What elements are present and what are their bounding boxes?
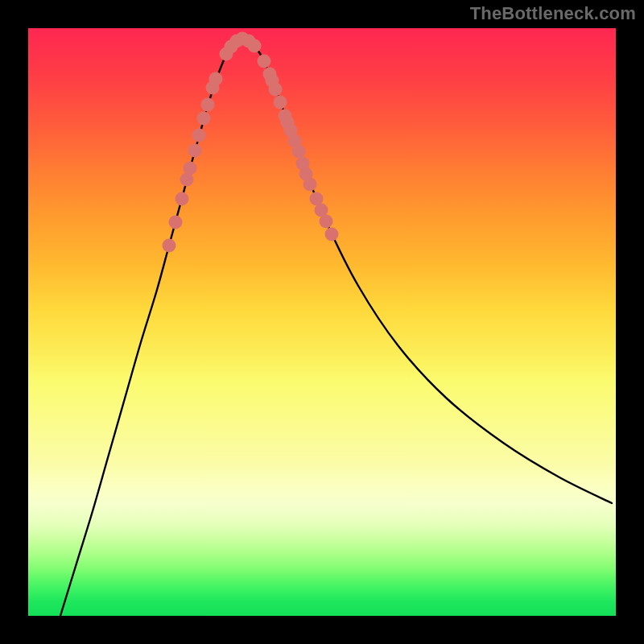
highlight-dot [188, 144, 202, 158]
chart-stage: TheBottleneck.com [0, 0, 644, 644]
highlight-dot [192, 129, 206, 142]
highlight-dot [258, 55, 271, 68]
highlight-dot [163, 239, 176, 253]
highlight-dot [197, 112, 211, 126]
highlight-dot [248, 39, 262, 53]
highlight-dot [303, 178, 317, 192]
bottleneck-curve [60, 38, 612, 616]
chart-overlay [28, 28, 616, 616]
highlight-dot [320, 215, 333, 229]
highlight-dot [274, 96, 287, 109]
highlight-dots [163, 32, 339, 253]
highlight-dot [269, 83, 283, 97]
highlight-dot [175, 192, 189, 206]
highlight-dot [201, 98, 215, 112]
highlight-dot [292, 145, 306, 159]
watermark-text: TheBottleneck.com [470, 3, 636, 24]
highlight-dot [209, 72, 223, 86]
highlight-dot [325, 228, 339, 242]
highlight-dot [169, 216, 183, 229]
highlight-dot [184, 162, 197, 175]
